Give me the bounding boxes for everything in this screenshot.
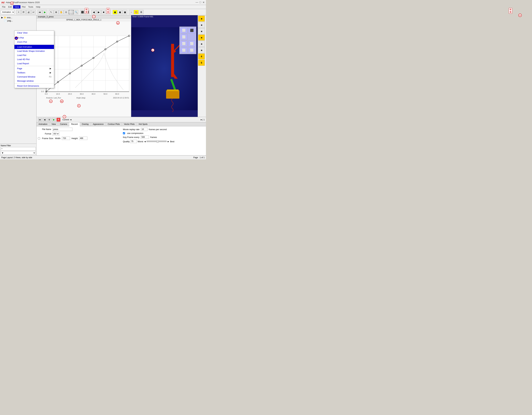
movie-rate-input[interactable]: [141, 128, 147, 131]
name-filter-input[interactable]: [1, 147, 36, 151]
anim-play-button[interactable]: ▶: [52, 118, 56, 122]
right-toolbar: ▣ ▣ ▣ ▣ ▣ ▣ 4 5: [198, 15, 206, 117]
cube-btn-5[interactable]: ⬜: [188, 41, 196, 47]
rt-layout-1[interactable]: ▣: [198, 16, 205, 22]
quality-slider-thumb[interactable]: [157, 140, 159, 143]
nav-left[interactable]: ◀: [91, 10, 96, 14]
new-button[interactable]: ＋: [16, 10, 21, 14]
layout-3[interactable]: ▣: [123, 10, 127, 14]
anim-current-label: Current: [62, 119, 69, 121]
undo-button[interactable]: ↩: [31, 10, 36, 14]
arrow-btn[interactable]: →: [129, 10, 133, 14]
tab-animation[interactable]: Animation: [37, 122, 49, 126]
view-btn-1[interactable]: ⬛: [80, 10, 85, 14]
dd-message-window[interactable]: Message window: [14, 79, 54, 83]
zoom-box-tool[interactable]: ⬜: [69, 10, 73, 14]
close-button[interactable]: ✕: [202, 1, 205, 4]
name-filter-dropdown[interactable]: ▼: [1, 151, 36, 155]
dd-clear-view[interactable]: Clear View: [14, 31, 54, 35]
dd-zoom-plot[interactable]: Zoom Plot: [14, 40, 54, 44]
dd-page[interactable]: Page ▶: [14, 66, 54, 71]
tab-overlay[interactable]: Overlay: [80, 122, 91, 126]
plot-header: example_3_press: [37, 15, 131, 18]
color-btn[interactable]: 🎨: [134, 10, 139, 14]
tab-vector-plots[interactable]: Vector Plots: [122, 122, 137, 126]
tree-label-pag: pag...: [7, 19, 13, 22]
target-tool[interactable]: ⊙: [64, 10, 68, 14]
quality-input[interactable]: [130, 140, 137, 143]
dd-load-plot[interactable]: Load Plot: [14, 53, 54, 57]
maximize-button[interactable]: □: [200, 1, 201, 4]
view-btn-2[interactable]: ⬛: [85, 10, 90, 14]
app-logo: Ad: [1, 1, 4, 4]
nav-stop[interactable]: ■: [101, 10, 106, 14]
nav-x[interactable]: ✕: [106, 10, 111, 14]
menu-edit[interactable]: Edit: [7, 5, 13, 9]
height-input[interactable]: [79, 137, 87, 140]
menu-view[interactable]: View: [13, 5, 20, 9]
dd-reset-gui[interactable]: Reset GUI Dimensions: [14, 84, 54, 88]
menu-file[interactable]: File: [1, 5, 7, 9]
rt-num-5[interactable]: 5: [198, 60, 205, 66]
rt-layout-3[interactable]: ▣: [198, 28, 205, 34]
zoom-tool[interactable]: 🔍: [74, 10, 78, 14]
dd-load-report[interactable]: Load Report: [14, 61, 54, 65]
minimize-button[interactable]: —: [196, 1, 198, 4]
print-button[interactable]: 🖨: [26, 10, 31, 14]
content-area: example_3_press SPRING_1_MEA_FORCE:MEA_A…: [37, 15, 206, 155]
tab-camera[interactable]: Camera: [58, 122, 69, 126]
dd-command-window[interactable]: Command Window F3: [14, 75, 54, 79]
dd-load-mode-shape[interactable]: Load Mode Shape Animation: [14, 49, 54, 53]
first-frame-button[interactable]: ⏮: [38, 10, 42, 14]
dd-label-toolbars: Toolbars: [17, 71, 25, 74]
rt-layout-4[interactable]: ▣: [198, 35, 205, 40]
tab-hot-spots[interactable]: Hot Spots: [137, 122, 150, 126]
key-frame-input[interactable]: [141, 136, 149, 139]
anim-prev-button[interactable]: ◀: [43, 118, 47, 122]
width-input[interactable]: [62, 137, 70, 140]
dd-load-4d-plot[interactable]: Load 4D Plot: [14, 57, 54, 61]
cube-btn-4[interactable]: ⬜: [180, 41, 188, 47]
rt-layout-2[interactable]: ▣: [198, 22, 205, 28]
menu-tools[interactable]: Tools: [27, 5, 35, 9]
dd-load-animation[interactable]: Load Animation: [14, 45, 54, 49]
rt-num-4[interactable]: 4: [198, 54, 205, 59]
tab-record[interactable]: Record: [69, 122, 80, 126]
use-compression-checkbox[interactable]: [123, 132, 125, 134]
layout-2[interactable]: ▣: [118, 10, 122, 14]
nav-right[interactable]: ▶: [96, 10, 101, 14]
dd-fit-plot[interactable]: Fit Plot: [14, 36, 54, 40]
statusbar: Page Layout: 2 Views, side by side Page …: [0, 155, 206, 159]
anim-first-button[interactable]: ⏮: [38, 118, 42, 122]
tree-item-pag[interactable]: 📄 pag...: [1, 19, 36, 22]
anim-record-button[interactable]: R: [57, 118, 60, 122]
pan-tool[interactable]: ✋: [59, 10, 63, 14]
refresh-button[interactable]: ⟳: [21, 10, 26, 14]
gear-btn[interactable]: ⚙: [139, 10, 143, 14]
tab-contour-plots[interactable]: Contour Plots: [106, 122, 122, 126]
rt-layout-5[interactable]: ▣: [198, 41, 205, 47]
rt-layout-6[interactable]: ▣: [198, 47, 205, 53]
format-select[interactable]: AVI: [52, 132, 59, 136]
layout-1[interactable]: ▣: [113, 10, 117, 14]
mode-select[interactable]: Animation: [1, 10, 15, 14]
frame-size-checkbox[interactable]: [38, 137, 40, 139]
cube-btn-1[interactable]: ⬜: [180, 28, 188, 33]
tree-item-exa[interactable]: ▶ 📁 exa...: [1, 16, 36, 19]
play-button[interactable]: ▶: [43, 10, 47, 14]
menu-plot[interactable]: Plot: [20, 5, 27, 9]
tab-appearance[interactable]: Appearance: [91, 122, 106, 126]
menu-help[interactable]: Help: [35, 5, 42, 9]
cube-btn-6[interactable]: ⬜: [180, 47, 188, 53]
cube-btn-2[interactable]: ⬛: [188, 28, 196, 33]
cube-btn-3[interactable]: ⬜: [180, 34, 188, 40]
file-name-input[interactable]: [52, 128, 72, 131]
dd-toolbars[interactable]: Toolbars ▶: [14, 71, 54, 75]
rotate-tool[interactable]: ⊕: [54, 10, 58, 14]
anim-pause-button[interactable]: ⏸: [47, 118, 51, 122]
svg-text:Analysis:  Last_Run: Analysis: Last_Run: [46, 97, 61, 99]
tab-view[interactable]: View: [49, 122, 58, 126]
select-tool[interactable]: ↖: [49, 10, 54, 14]
cube-btn-7[interactable]: ⬜: [188, 47, 196, 53]
width-label: Width: [55, 137, 60, 140]
